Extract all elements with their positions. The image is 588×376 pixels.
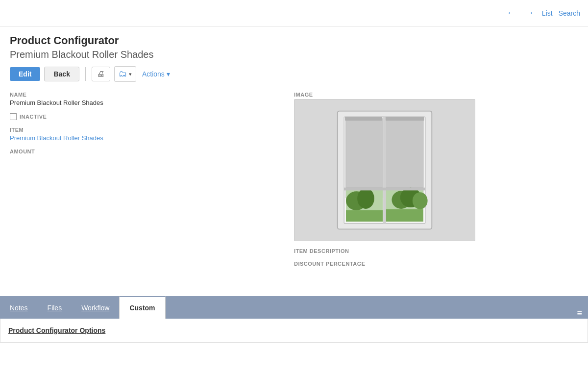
inactive-checkbox[interactable] (10, 113, 17, 120)
form-layout: NAME Premium Blackout Roller Shades INAC… (10, 92, 578, 274)
print-button[interactable]: 🖨 (92, 67, 110, 81)
svg-point-11 (357, 188, 374, 209)
page-title: Product Configurator (10, 34, 578, 47)
window-illustration (326, 106, 443, 234)
form-right: IMAGE (294, 92, 500, 274)
discount-percentage-field-group: DISCOUNT PERCENTAGE (294, 261, 500, 267)
product-image-container (294, 99, 475, 241)
back-nav-arrow[interactable]: ← (505, 7, 517, 19)
name-field-group: NAME Premium Blackout Roller Shades (10, 92, 274, 106)
name-label: NAME (10, 92, 274, 98)
actions-button[interactable]: Actions ▾ (140, 68, 172, 80)
amount-label: AMOUNT (10, 149, 274, 154)
list-link[interactable]: List (542, 9, 553, 17)
image-label: IMAGE (294, 92, 500, 98)
dropdown-arrow-icon: ▾ (129, 71, 132, 77)
nav-actions: ← → List Search (505, 7, 580, 19)
toolbar-divider (85, 67, 86, 81)
form-left: NAME Premium Blackout Roller Shades INAC… (10, 92, 274, 274)
svg-rect-4 (346, 119, 383, 189)
tabs-section: Notes Files Workflow Custom ≡ Product Co… (0, 296, 588, 343)
tab-custom[interactable]: Custom (119, 296, 165, 319)
tab-workflow[interactable]: Workflow (72, 297, 119, 319)
top-navigation: ← → List Search (0, 0, 588, 26)
item-description-label: ITEM DESCRIPTION (294, 248, 500, 254)
item-description-field-group: ITEM DESCRIPTION (294, 248, 500, 254)
tabs-bar: Notes Files Workflow Custom ≡ (0, 297, 588, 319)
tab-notes[interactable]: Notes (0, 297, 38, 319)
image-field-group: IMAGE (294, 92, 500, 241)
search-link[interactable]: Search (559, 9, 580, 17)
svg-rect-5 (386, 119, 423, 189)
tab-menu-button[interactable]: ≡ (571, 308, 588, 319)
main-content: Product Configurator Premium Blackout Ro… (0, 26, 588, 291)
toolbar: Edit Back 🖨 🗂 ▾ Actions ▾ (10, 66, 578, 82)
item-field-group: ITEM Premium Blackout Roller Shades (10, 127, 274, 142)
tab-files[interactable]: Files (38, 297, 72, 319)
back-button[interactable]: Back (44, 67, 79, 81)
svg-rect-16 (386, 209, 423, 222)
svg-rect-15 (346, 210, 383, 222)
inactive-checkbox-row: INACTIVE (10, 113, 274, 120)
tab-menu-icon: ≡ (577, 308, 582, 319)
tab-section-header: Product Configurator Options (8, 324, 580, 337)
inactive-label: INACTIVE (20, 114, 47, 120)
actions-dropdown-icon: ▾ (167, 70, 170, 78)
record-name: Premium Blackout Roller Shades (10, 49, 578, 60)
forward-nav-arrow[interactable]: → (523, 7, 536, 19)
actions-label: Actions (142, 70, 165, 78)
svg-rect-18 (344, 188, 425, 191)
svg-point-14 (413, 192, 428, 209)
tab-content-custom: Product Configurator Options (0, 319, 588, 343)
save-dropdown-button[interactable]: 🗂 ▾ (114, 66, 136, 82)
edit-button[interactable]: Edit (10, 67, 40, 81)
discount-percentage-label: DISCOUNT PERCENTAGE (294, 261, 500, 267)
svg-rect-17 (383, 117, 386, 224)
svg-rect-19 (345, 117, 382, 121)
svg-rect-20 (386, 117, 424, 121)
item-value-link[interactable]: Premium Blackout Roller Shades (10, 134, 103, 142)
item-label: ITEM (10, 127, 274, 133)
amount-field-group: AMOUNT (10, 149, 274, 154)
save-icon: 🗂 (119, 69, 127, 79)
print-icon: 🖨 (97, 70, 105, 78)
name-value: Premium Blackout Roller Shades (10, 99, 274, 106)
